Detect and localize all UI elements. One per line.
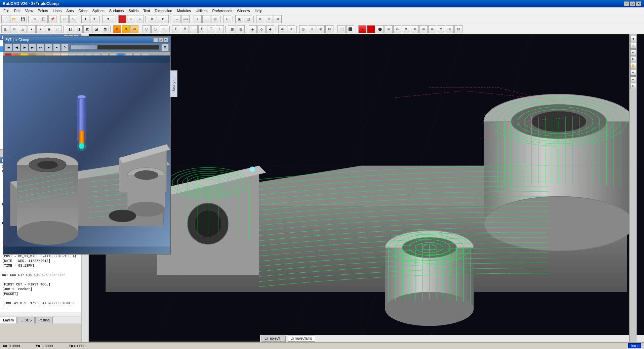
tb2-red1[interactable]: ● bbox=[358, 25, 366, 33]
tb2-view-b[interactable]: B bbox=[181, 25, 189, 33]
tab-posting[interactable]: Posting bbox=[35, 317, 52, 323]
tb-undo[interactable]: ↩ bbox=[61, 15, 69, 23]
menu-file[interactable]: File bbox=[1, 8, 11, 13]
tb2-more10[interactable]: ⊜ bbox=[428, 25, 436, 33]
tb-zoom-out[interactable]: − bbox=[202, 15, 210, 23]
tb-font-dropdown[interactable]: ▼ bbox=[157, 15, 169, 23]
rp-btn-4[interactable]: ↻ bbox=[630, 56, 636, 62]
taskbar-tab-1[interactable]: 3xTripleCI... bbox=[261, 336, 286, 342]
tb2-more11[interactable]: ⊝ bbox=[437, 25, 445, 33]
tb2-snap-a[interactable]: ⊕ bbox=[278, 25, 286, 33]
tb-font[interactable]: A bbox=[148, 15, 156, 23]
tb2-cam2[interactable]: ◨ bbox=[75, 25, 83, 33]
sv-play[interactable]: ▶ bbox=[21, 44, 28, 51]
tb2-render2[interactable]: ◇ bbox=[257, 25, 266, 33]
tb-move[interactable]: ↔ bbox=[173, 15, 181, 23]
sv-first[interactable]: ⏮ bbox=[5, 44, 12, 51]
tb-refresh[interactable]: ↻ bbox=[223, 15, 231, 23]
sv-prev-frame[interactable]: ◀ bbox=[13, 44, 20, 51]
code-h-scrollbar[interactable] bbox=[0, 312, 81, 316]
sv-last[interactable]: ⏭ bbox=[37, 44, 44, 51]
tb2-view-e[interactable]: T bbox=[207, 25, 215, 33]
tb2-shading2[interactable]: ▧ bbox=[237, 25, 245, 33]
tb2-more4[interactable]: ⊡ bbox=[325, 25, 333, 33]
menu-preferences[interactable]: Preferences bbox=[210, 8, 234, 13]
tb-paste[interactable]: 📌 bbox=[48, 15, 56, 23]
menu-text[interactable]: Text bbox=[141, 8, 152, 13]
tab-ucs[interactable]: ⊥ UCS bbox=[17, 317, 35, 323]
tb2-more2[interactable]: ⊞ bbox=[308, 25, 316, 33]
menu-modules[interactable]: Modules bbox=[175, 8, 193, 13]
tb2-more8[interactable]: ⊘ bbox=[411, 25, 419, 33]
tb2-snap-b[interactable]: ✚ bbox=[287, 25, 295, 33]
sv-record[interactable]: ● bbox=[53, 44, 61, 51]
tb2-view5[interactable]: ● bbox=[36, 25, 44, 33]
tb2-xform2[interactable]: ⬛ bbox=[346, 25, 354, 33]
menu-solids[interactable]: Solids bbox=[126, 8, 140, 13]
sv-3d-scene[interactable] bbox=[3, 55, 170, 254]
sv-next-frame[interactable]: ▶| bbox=[29, 44, 36, 51]
tb-circle[interactable]: ○ bbox=[136, 15, 144, 23]
tb2-tool1[interactable]: ⬡ bbox=[143, 25, 151, 33]
tb2-view-a[interactable]: F bbox=[172, 25, 180, 33]
tb2-cam1[interactable]: ◧ bbox=[66, 25, 74, 33]
tb2-red2[interactable] bbox=[367, 25, 375, 33]
tb2-more1[interactable]: ◎ bbox=[299, 25, 307, 33]
menu-edit[interactable]: Edit bbox=[12, 8, 23, 13]
menu-window[interactable]: Window bbox=[235, 8, 252, 13]
menu-splines[interactable]: Splines bbox=[90, 8, 107, 13]
tb-snap-dropdown[interactable]: ▼ bbox=[102, 15, 114, 23]
tb2-render3[interactable]: ◆ bbox=[266, 25, 274, 33]
minimize-button[interactable]: − bbox=[624, 1, 629, 6]
tb2-more12[interactable]: ⊞ bbox=[446, 25, 454, 33]
rp-btn-1[interactable]: ⬆ bbox=[630, 36, 636, 42]
tb2-render1[interactable]: ◈ bbox=[249, 25, 257, 33]
analysis-tab[interactable]: Analysis bbox=[170, 70, 177, 97]
tb2-more7[interactable]: ⊗ bbox=[402, 25, 410, 33]
menu-dimension[interactable]: Dimension bbox=[153, 8, 174, 13]
tb2-view-f[interactable]: I bbox=[216, 25, 224, 33]
tb2-xform1[interactable]: ⬜ bbox=[337, 25, 346, 33]
tb2-more13[interactable]: ⊟ bbox=[454, 25, 462, 33]
close-button[interactable]: ✕ bbox=[636, 1, 641, 6]
sv-min[interactable]: − bbox=[153, 37, 158, 42]
tb2-cam3[interactable]: ◩ bbox=[83, 25, 91, 33]
tb2-more5[interactable]: ⊛ bbox=[385, 25, 393, 33]
tb-color[interactable] bbox=[118, 15, 126, 23]
tb-deselect[interactable]: ⬆ bbox=[90, 15, 98, 23]
unit-button[interactable]: Inchi bbox=[628, 343, 641, 348]
tb2-view7[interactable]: ⬡ bbox=[54, 25, 62, 33]
tb2-more3[interactable]: ⊠ bbox=[317, 25, 325, 33]
tb-zoom-fit[interactable]: ⊞ bbox=[211, 15, 219, 23]
tb2-more6[interactable]: ⊙ bbox=[393, 25, 401, 33]
tb2-view4[interactable]: ▲ bbox=[28, 25, 36, 33]
taskbar-tab-2[interactable]: 3xTripleClamp bbox=[288, 336, 315, 342]
tb2-cam4[interactable]: ◪ bbox=[92, 25, 100, 33]
tb-save[interactable]: 💾 bbox=[19, 15, 27, 23]
tb-redo[interactable]: ↪ bbox=[69, 15, 77, 23]
tb2-view6[interactable]: ◉ bbox=[45, 25, 53, 33]
sv-max[interactable]: □ bbox=[158, 37, 163, 42]
tb-shell[interactable]: ◫ bbox=[244, 15, 252, 23]
rp-btn-3[interactable]: ↔ bbox=[630, 49, 636, 55]
maximize-button[interactable]: □ bbox=[630, 1, 635, 6]
tb2-tool3[interactable]: ▷ bbox=[160, 25, 168, 33]
tb2-more9[interactable]: ⊚ bbox=[419, 25, 428, 33]
menu-surfaces[interactable]: Surfaces bbox=[107, 8, 126, 13]
tb-new[interactable]: 📄 bbox=[1, 15, 9, 23]
menu-other[interactable]: Other bbox=[76, 8, 90, 13]
menu-arcs[interactable]: Arcs bbox=[64, 8, 76, 13]
tb2-op2[interactable]: ⚙ bbox=[122, 25, 130, 33]
tb-union[interactable]: ⊕ bbox=[256, 15, 264, 23]
tb-sub[interactable]: ⊖ bbox=[265, 15, 273, 23]
tab-layers[interactable]: Layers bbox=[0, 317, 17, 323]
tb2-op3[interactable]: ⚙ bbox=[130, 25, 138, 33]
tb2-shading1[interactable]: ▦ bbox=[228, 25, 236, 33]
tb2-view1[interactable]: ◫ bbox=[1, 25, 9, 33]
menu-help[interactable]: Help bbox=[253, 8, 265, 13]
menu-lines[interactable]: Lines bbox=[51, 8, 64, 13]
rp-btn-5[interactable]: ✋ bbox=[630, 63, 636, 69]
tb-solid[interactable]: ▣ bbox=[235, 15, 243, 23]
tb-line[interactable]: ━ bbox=[127, 15, 135, 23]
tb-select[interactable]: ⬆ bbox=[81, 15, 89, 23]
